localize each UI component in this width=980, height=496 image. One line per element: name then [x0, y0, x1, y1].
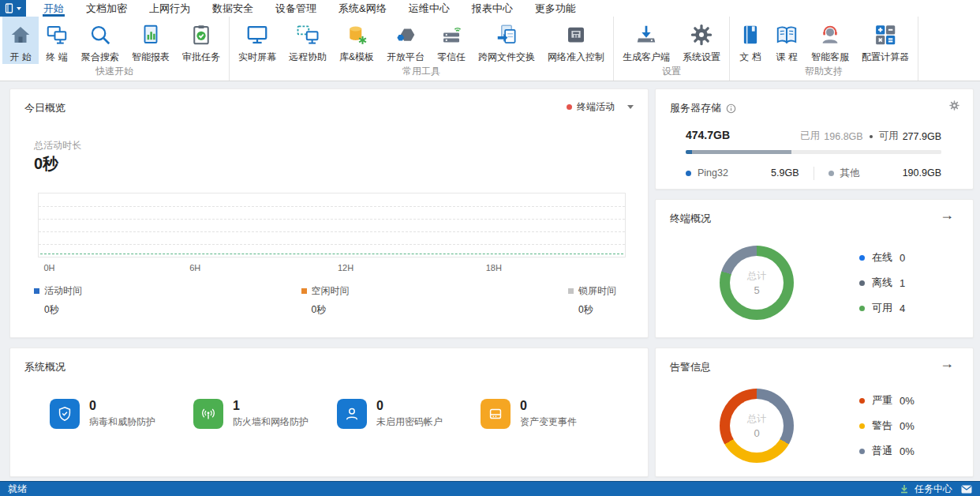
smart-service-icon — [818, 21, 842, 49]
legend-item-online: 在线0 — [859, 250, 905, 265]
menu-tab-report-center[interactable]: 报表中心 — [461, 0, 524, 17]
legend-item-lockscreen-time: 锁屏时间 0秒 — [568, 284, 616, 317]
blue-dot-icon — [686, 171, 691, 176]
arrow-right-icon[interactable]: → — [940, 354, 954, 374]
card-title-terminal-overview: 终端概况 — [670, 212, 711, 226]
ribbon-item-network-access-control[interactable]: 网络准入控制 — [541, 17, 611, 64]
storage-progress-bar — [686, 150, 941, 154]
ribbon-empty-space — [918, 17, 980, 81]
legend-swatch — [568, 288, 574, 294]
smart-report-icon — [139, 21, 163, 49]
legend-item-warning: 警告0% — [859, 419, 915, 433]
ribbon-group-caption: 常用工具 — [232, 64, 611, 81]
legend-item-idle-time: 空闲时间 0秒 — [301, 284, 350, 317]
menu-tab-more-functions[interactable]: 更多功能 — [524, 0, 587, 17]
ribbon-item-aggregate-search[interactable]: 聚合搜索 — [75, 17, 125, 64]
search-icon — [88, 21, 112, 49]
stat-virus-threat-protection: 0病毒和威胁防护 — [50, 399, 193, 429]
menu-tabs: 开始 文档加密 上网行为 数据安全 设备管理 系统&网络 运维中心 报表中心 更… — [32, 0, 587, 17]
stat-no-password-accounts: 0未启用密码帐户 — [337, 399, 481, 429]
user-icon — [337, 399, 367, 429]
ribbon-item-system-settings[interactable]: 系统设置 — [676, 17, 727, 64]
legend-item-critical: 严重0% — [859, 393, 915, 408]
menu-tab-start[interactable]: 开始 — [32, 0, 75, 17]
network-access-icon — [564, 21, 588, 49]
home-icon — [9, 21, 32, 49]
server-storage-card: 服务器存储 474.7GB 已用 196.8GB 可用 277.9GB — [655, 88, 974, 190]
separator-dot-icon — [870, 135, 873, 138]
cross-network-file-icon — [495, 21, 518, 49]
menu-tab-data-security[interactable]: 数据安全 — [201, 0, 264, 17]
gridline — [39, 244, 625, 245]
ribbon-group-common-tools: 实时屏幕 远程协助 库&模板 开放平台 零信任 — [230, 17, 614, 81]
open-platform-icon — [394, 21, 417, 49]
menu-tab-system-network[interactable]: 系统&网络 — [327, 0, 398, 17]
donut-center: 总计 0 — [730, 399, 784, 453]
task-center-button[interactable]: 任务中心 — [900, 483, 972, 496]
ribbon-item-start[interactable]: 开 始 — [2, 17, 39, 64]
ribbon-item-smart-service[interactable]: 智能客服 — [805, 17, 855, 64]
ribbon-item-library-templates[interactable]: 库&模板 — [333, 17, 380, 64]
stat-firewall-network-protection: 1防火墙和网络防护 — [193, 399, 337, 429]
ribbon-item-course[interactable]: 课 程 — [769, 17, 805, 64]
broadcast-icon — [193, 399, 223, 429]
ribbon-item-open-platform[interactable]: 开放平台 — [380, 17, 431, 64]
remote-assist-icon — [296, 21, 320, 49]
ribbon-item-document[interactable]: 文 档 — [732, 17, 769, 64]
x-tick: 18H — [486, 263, 502, 272]
ribbon-item-zero-trust[interactable]: 零信任 — [431, 17, 472, 64]
storage-item-other: 其他 190.9GB — [814, 167, 942, 180]
ribbon-item-config-calculator[interactable]: 配置计算器 — [855, 17, 915, 64]
alerts-donut-chart: 总计 0 — [720, 389, 794, 463]
ribbon-item-realtime-screen[interactable]: 实时屏幕 — [232, 17, 282, 64]
legend-dot — [859, 306, 865, 311]
alert-info-card: 告警信息 → 总计 0 严重0% 警告0% 普通0% — [655, 348, 974, 477]
ribbon-group-caption: 帮助支持 — [732, 64, 915, 81]
ribbon-item-remote-assist[interactable]: 远程协助 — [282, 17, 333, 64]
terminals-icon — [45, 21, 69, 49]
legend-item-offline: 离线1 — [859, 276, 905, 290]
generate-client-icon — [634, 21, 658, 49]
x-tick: 12H — [338, 263, 353, 272]
ribbon-group-quick-start: 开 始 终 端 聚合搜索 智能报表 审批任务 — [0, 17, 230, 81]
ribbon-group-caption: 设置 — [616, 64, 727, 81]
storage-summary-row: 474.7GB 已用 196.8GB 可用 277.9GB — [686, 129, 941, 143]
legend-item-available: 可用4 — [859, 301, 905, 315]
chevron-down-icon — [17, 7, 21, 10]
ribbon-item-approval-tasks[interactable]: 审批任务 — [176, 17, 226, 64]
zero-trust-icon — [440, 21, 463, 49]
app-book-icon — [5, 3, 15, 13]
gridline — [39, 206, 625, 207]
system-overview-card: 系统概况 0病毒和威胁防护 1防火墙和网络防护 0未启用密码帐户 — [9, 348, 649, 477]
ribbon-item-smart-report[interactable]: 智能报表 — [125, 17, 176, 64]
ribbon-group-settings: 生成客户端 系统设置 设置 — [614, 17, 730, 81]
menu-tab-internet-behavior[interactable]: 上网行为 — [138, 0, 201, 17]
total-activity-label: 总活动时长 — [34, 139, 81, 152]
menu-tab-ops-center[interactable]: 运维中心 — [398, 0, 461, 17]
app-menu-button[interactable] — [0, 0, 26, 17]
menu-tab-device-management[interactable]: 设备管理 — [264, 0, 327, 17]
ribbon-item-cross-network-file-exchange[interactable]: 跨网文件交换 — [472, 17, 541, 64]
gridline — [39, 219, 625, 220]
storage-item-ping32: Ping32 5.9GB — [686, 167, 814, 178]
info-icon[interactable] — [726, 103, 736, 114]
ribbon: 开 始 终 端 聚合搜索 智能报表 审批任务 — [0, 17, 980, 81]
mail-icon[interactable] — [961, 485, 972, 494]
card-title-server-storage: 服务器存储 — [670, 101, 736, 115]
arrow-right-icon[interactable]: → — [940, 205, 954, 225]
ribbon-item-generate-client[interactable]: 生成客户端 — [616, 17, 676, 64]
terminal-activity-dropdown[interactable]: 终端活动 — [567, 100, 634, 114]
storage-breakdown: Ping32 5.9GB 其他 190.9GB — [686, 165, 941, 181]
asset-icon — [481, 399, 511, 429]
status-bar: 就绪 任务中心 — [0, 481, 980, 496]
gear-icon[interactable] — [948, 100, 960, 111]
legend-item-normal: 普通0% — [859, 444, 915, 458]
menu-tab-doc-encryption[interactable]: 文档加密 — [75, 0, 138, 17]
config-calculator-icon — [873, 21, 897, 49]
ribbon-item-terminal[interactable]: 终 端 — [39, 17, 75, 64]
legend-dot — [859, 449, 865, 454]
legend-item-active-time: 活动时间 0秒 — [34, 284, 82, 317]
document-icon — [739, 21, 762, 49]
course-icon — [775, 21, 799, 49]
card-title-alert-info: 告警信息 — [670, 360, 711, 374]
